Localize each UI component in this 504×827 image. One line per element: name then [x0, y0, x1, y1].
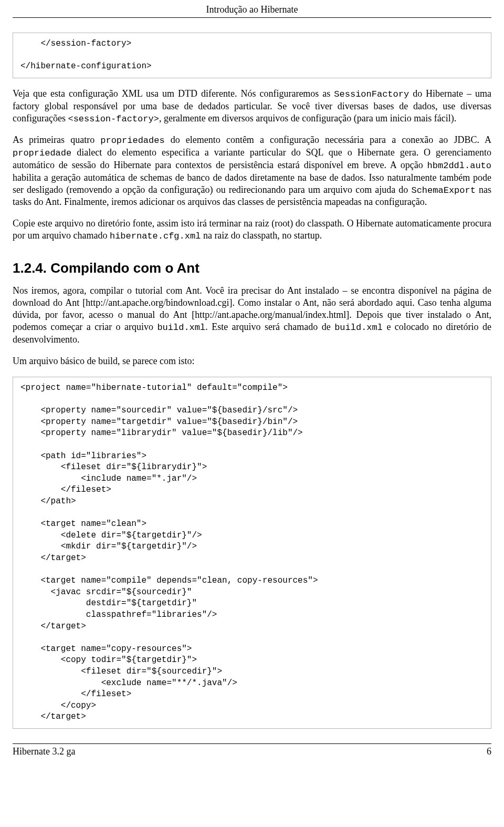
- page-footer: Hibernate 3.2 ga 6: [13, 746, 491, 760]
- inline-code-build-xml: build.xml: [157, 323, 205, 333]
- inline-code-schemaexport: SchemaExport: [411, 185, 475, 195]
- inline-code-hibernate-cfg: hibernate.cfg.xml: [110, 231, 201, 241]
- text: dialect do elemento especifica a variant…: [13, 147, 491, 170]
- footer-rule: [13, 743, 491, 744]
- paragraph-properties: As primeiras quatro propriedades do elem…: [13, 134, 491, 208]
- page-header-title: Introdução ao Hibernate: [13, 0, 491, 17]
- header-rule: [13, 17, 491, 18]
- footer-left: Hibernate 3.2 ga: [13, 746, 75, 757]
- paragraph-config-xml: Veja que esta configuração XML usa um DT…: [13, 88, 491, 125]
- paragraph-copy-file: Copie este arquivo no diretório fonte, a…: [13, 218, 491, 242]
- code-block-session-factory-close: </session-factory> </hibernate-configura…: [13, 33, 491, 78]
- section-title-compilando-ant: 1.2.4. Compilando com o Ant: [13, 260, 491, 276]
- paragraph-compile-ant: Nos iremos, agora, compilar o tutorial c…: [13, 285, 491, 346]
- text: As primeiras quatro: [13, 135, 100, 145]
- code-block-ant-build: <project name="hibernate-tutorial" defau…: [13, 377, 491, 729]
- text: , geralmente em diversos arquivos de con…: [159, 113, 456, 123]
- paragraph-build-intro: Um arquivo básico de build, se parece co…: [13, 355, 491, 367]
- inline-code-propriedades: propriedades: [100, 136, 164, 146]
- text: . Este arquivo será chamado de: [205, 322, 334, 332]
- text: Veja que esta configuração XML usa um DT…: [13, 88, 334, 99]
- inline-code-session-factory-tag: <session-factory>: [68, 114, 159, 124]
- text: do elemento contêm a configuração necess…: [165, 135, 491, 145]
- inline-code-build-xml-2: build.xml: [334, 323, 383, 333]
- inline-code-sessionfactory: SessionFactory: [334, 89, 409, 99]
- text: na raiz do classpath, no startup.: [201, 230, 322, 241]
- inline-code-hbm2ddl: hbm2ddl.auto: [427, 161, 491, 171]
- footer-page-number: 6: [487, 746, 491, 757]
- inline-code-propriedade: propriedade: [13, 148, 71, 158]
